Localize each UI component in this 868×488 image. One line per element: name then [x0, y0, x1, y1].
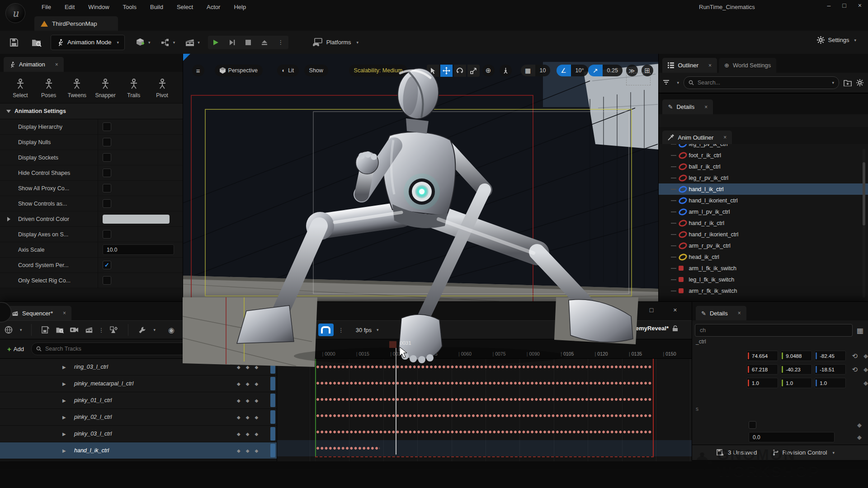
- tab-details-bottom[interactable]: ✎ Details ×: [696, 306, 746, 320]
- playhead-line[interactable]: [396, 348, 396, 455]
- reset-icon[interactable]: ⟲: [852, 366, 858, 374]
- setting-checkbox[interactable]: [103, 138, 111, 146]
- create-keyframe-button[interactable]: ◆: [262, 324, 278, 336]
- world-local-toggle[interactable]: ⊕: [482, 65, 495, 76]
- setting-checkbox[interactable]: [103, 184, 111, 192]
- settings-button[interactable]: Settings ▾: [817, 36, 856, 44]
- minimize-icon[interactable]: –: [827, 2, 831, 9]
- wrench-icon[interactable]: [137, 325, 147, 335]
- control-list-item[interactable]: leg_l_fk_ik_switch: [659, 274, 868, 285]
- keyframe-row[interactable]: [277, 440, 692, 456]
- eject-button[interactable]: [257, 36, 272, 49]
- setting-checkbox[interactable]: [103, 276, 111, 285]
- setting-checkbox[interactable]: ✓: [103, 261, 111, 269]
- control-list-item[interactable]: ball_r_ik_ctrl: [659, 161, 868, 172]
- platforms-dropdown[interactable]: Platforms ▾: [312, 38, 359, 47]
- menu-item[interactable]: Actor: [207, 4, 220, 10]
- maximize-icon[interactable]: □: [650, 306, 653, 314]
- x-field[interactable]: 74.654: [746, 351, 778, 361]
- keyframe-diamond-icon[interactable]: ◆: [857, 422, 862, 428]
- prev-key-icon[interactable]: ◆: [237, 381, 241, 386]
- snap-toggle-button[interactable]: [318, 324, 334, 336]
- play-button[interactable]: [208, 36, 223, 49]
- chevron-down-icon[interactable]: ▾: [148, 40, 151, 45]
- expand-icon[interactable]: ▶: [62, 381, 66, 386]
- keyframe-row[interactable]: [277, 375, 692, 391]
- expand-icon[interactable]: ▶: [62, 365, 66, 370]
- rotate-tool-button[interactable]: [454, 65, 466, 77]
- skip-button[interactable]: [224, 36, 240, 49]
- show-dropdown[interactable]: Show: [304, 65, 328, 76]
- eye-icon[interactable]: ◉: [166, 325, 176, 335]
- play-options-kebab-icon[interactable]: ⋮: [273, 36, 288, 49]
- prev-key-icon[interactable]: ◆: [237, 432, 241, 436]
- setting-checkbox[interactable]: [103, 230, 111, 239]
- keyframe-row[interactable]: [277, 424, 692, 440]
- prev-key-icon[interactable]: ◆: [237, 365, 241, 370]
- animation-tool-button[interactable]: Snapper: [92, 78, 118, 99]
- track-row[interactable]: ▶ pinky_02_l_ctrl ◆ ◆ ◆: [0, 409, 277, 426]
- close-icon[interactable]: ×: [55, 61, 58, 68]
- menu-item[interactable]: Edit: [65, 4, 75, 10]
- outliner-search-input[interactable]: Search... ▾: [684, 76, 839, 89]
- track-search-input[interactable]: Search Tracks: [31, 343, 269, 355]
- world-options-button[interactable]: [4, 325, 14, 335]
- viewport-3d[interactable]: ≡ Perspective ◐ Lit Show Scalability: Me…: [183, 54, 659, 301]
- setting-checkbox[interactable]: [103, 169, 111, 177]
- y-field[interactable]: 1.0: [780, 378, 812, 388]
- control-list-item[interactable]: hand_l_ikorient_ctrl: [659, 195, 868, 206]
- expand-icon[interactable]: ▶: [62, 448, 66, 453]
- surface-snapping-button[interactable]: [500, 65, 512, 76]
- y-field[interactable]: -40.23: [780, 364, 812, 375]
- y-field[interactable]: 9.0488: [780, 351, 812, 361]
- menu-item[interactable]: Select: [177, 4, 193, 10]
- curve-pen-icon[interactable]: ✎: [287, 325, 297, 335]
- track-row[interactable]: ▶ pinky_metacarpal_l_ctrl ◆ ◆ ◆: [0, 375, 277, 392]
- control-list-item[interactable]: head_ik_ctrl: [659, 251, 868, 263]
- lock-icon[interactable]: [672, 325, 678, 332]
- track-row[interactable]: ▶ ring_03_l_ctrl ◆ ◆ ◆: [0, 359, 277, 375]
- chevron-down-icon[interactable]: ▾: [183, 328, 185, 332]
- gear-icon[interactable]: [856, 79, 863, 86]
- rotation-snap-control[interactable]: ∠ 10°: [557, 65, 589, 76]
- details-checkbox[interactable]: [749, 421, 756, 429]
- add-key-icon[interactable]: ◆: [246, 415, 250, 420]
- add-actor-to-sequencer-button[interactable]: [109, 325, 119, 335]
- add-track-button[interactable]: +Add: [4, 343, 28, 355]
- keyframe-diamond-icon[interactable]: ◆: [863, 366, 868, 373]
- move-tool-button[interactable]: [440, 65, 453, 77]
- z-field[interactable]: -82.45: [814, 351, 846, 361]
- playhead-marker[interactable]: [389, 341, 396, 348]
- control-list-item[interactable]: leg_r_pv_ik_ctrl: [659, 172, 868, 183]
- add-key-icon[interactable]: ◆: [246, 381, 250, 386]
- x-field[interactable]: 1.0: [746, 378, 778, 388]
- add-actor-button[interactable]: [135, 37, 146, 48]
- expand-icon[interactable]: ▶: [62, 415, 66, 420]
- add-key-icon[interactable]: ◆: [246, 365, 250, 370]
- perspective-dropdown[interactable]: Perspective: [215, 65, 263, 76]
- color-swatch[interactable]: [103, 215, 170, 224]
- cinematics-button[interactable]: [184, 37, 196, 48]
- reset-icon[interactable]: ⟲: [852, 352, 858, 360]
- control-list-item[interactable]: leg_l_pv_ik_ctrl: [659, 144, 868, 150]
- chevron-down-icon[interactable]: ▾: [20, 328, 22, 332]
- next-key-icon[interactable]: ◆: [255, 365, 258, 370]
- details-value-input[interactable]: 0.0: [749, 432, 835, 442]
- scalability-button[interactable]: Scalability: Medium: [349, 65, 408, 76]
- chevron-down-icon[interactable]: ▾: [212, 328, 214, 332]
- x-field[interactable]: 67.218: [746, 364, 778, 375]
- scale-tool-button[interactable]: [467, 65, 480, 77]
- playback-options-button[interactable]: [196, 325, 206, 335]
- keyframe-area[interactable]: [277, 359, 692, 461]
- lit-dropdown[interactable]: ◐ Lit: [277, 65, 299, 76]
- scrollbar-thumb[interactable]: [863, 162, 865, 225]
- chevron-down-icon[interactable]: ▾: [173, 40, 175, 45]
- z-field[interactable]: 1.0: [814, 378, 846, 388]
- prev-key-icon[interactable]: ◆: [237, 448, 241, 453]
- keyframe-row[interactable]: [277, 359, 692, 375]
- animation-settings-header[interactable]: Animation Settings: [0, 103, 183, 119]
- table-view-icon[interactable]: ▦: [857, 326, 863, 335]
- add-key-icon[interactable]: ◆: [246, 432, 250, 436]
- chevron-down-icon[interactable]: ▾: [154, 328, 156, 332]
- chevron-down-icon[interactable]: ▾: [198, 40, 200, 45]
